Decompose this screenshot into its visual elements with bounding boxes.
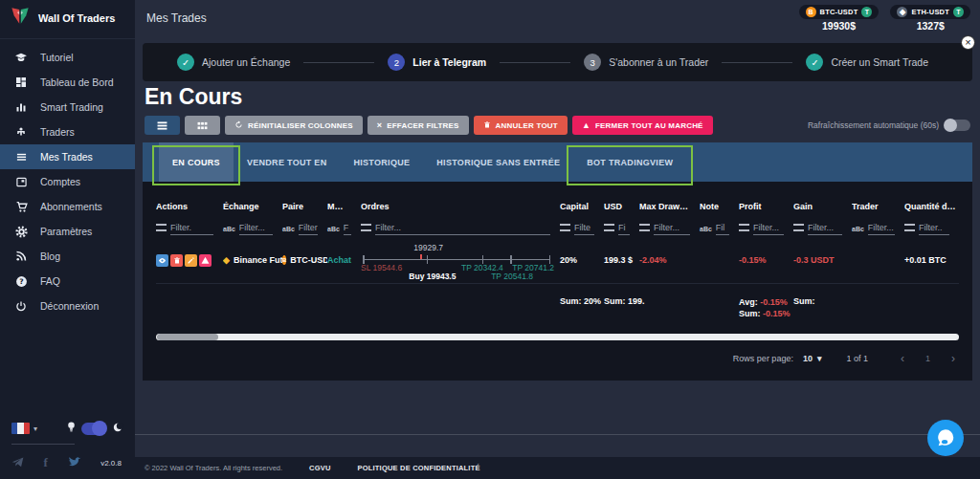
filter-mode-icon[interactable] [793,224,804,231]
filter-input-echange[interactable] [239,223,273,235]
tab-historique-sans-entree[interactable]: HISTORIQUE SANS ENTRÉE [423,142,573,182]
filter-mode-icon[interactable] [560,224,570,231]
chat-widget-button[interactable] [927,420,964,456]
filter-input-capital[interactable] [574,223,594,235]
edit-trade-button[interactable] [185,254,197,267]
horizontal-scrollbar[interactable] [156,334,959,340]
tether-icon: T [953,7,964,17]
current-price-label: 19929.7 [413,243,443,252]
column-header-ordres[interactable]: Ordres [361,202,560,211]
sidebar-item-label: Déconnexion [40,300,99,312]
column-header-quantite[interactable]: Quantité d… [904,202,959,211]
dark-mode-toggle[interactable] [81,423,106,435]
ticker-eth-usdt[interactable]: ◆ ETH-USDT T 1327$ [890,5,970,32]
column-header-trader[interactable]: Trader [852,202,904,211]
tab-historique[interactable]: HISTORIQUE [340,142,423,182]
abc-filter-icon[interactable]: aBc [223,226,235,232]
step-sabonner-a-un-trader: 3 S'abonner à un Trader [584,54,708,71]
sidebar-item-label: Tableau de Bord [40,76,113,88]
tab-vendre-tout-en[interactable]: VENDRE TOUT EN [234,142,341,182]
tab-bot-tradingview[interactable]: BOT TRADINGVIEW [573,142,686,182]
current-page[interactable]: 1 [925,354,930,363]
column-header-actions[interactable]: Actions [156,202,223,211]
sidebar-item-faq[interactable]: ? FAQ [0,269,135,294]
filter-input-trader[interactable] [868,223,895,235]
sidebar-item-mes-trades[interactable]: Mes Trades [0,144,135,169]
sidebar-item-smart-trading[interactable]: Smart Trading [0,95,135,120]
cancel-all-button[interactable]: ANNULER TOUT [474,116,568,135]
delete-trade-button[interactable] [170,254,183,267]
column-header-marche[interactable]: M… [327,202,361,211]
filter-input-ordres[interactable] [375,223,550,235]
pagination: Rows per page: 10 ▾ 1 of 1 ‹ 1 › [156,350,959,381]
sidebar-item-comptes[interactable]: Comptes [0,169,135,194]
filter-mode-icon[interactable] [639,224,650,231]
filter-input-max-drawdown[interactable] [654,223,690,235]
sidebar-item-parametres[interactable]: Paramètres [0,219,135,244]
filter-input-paire[interactable] [299,223,318,235]
auto-refresh-toggle[interactable] [946,120,970,131]
french-flag-icon[interactable] [11,423,30,434]
sidebar-item-abonnements[interactable]: Abonnements [0,194,135,219]
language-caret-down-icon[interactable]: ▾ [33,425,37,433]
privacy-policy-link[interactable]: POLITIQUE DE CONFIDENTIALITÉ [358,464,480,472]
column-header-note[interactable]: Note [700,202,739,211]
svg-text:?: ? [19,277,23,286]
sidebar-item-label: Comptes [40,176,80,187]
column-header-usd[interactable]: USD [604,202,639,211]
column-header-gain[interactable]: Gain [793,202,852,211]
abc-filter-icon[interactable]: aBc [700,226,712,232]
person-icon [14,125,28,139]
filter-input-gain[interactable] [808,223,842,235]
rows-per-page-select[interactable]: 10 ▾ [803,354,822,363]
sidebar-item-tutoriel[interactable]: Tutoriel [0,45,135,70]
reset-columns-button[interactable]: RÉINITIALISER COLONNES [225,116,363,135]
filter-mode-icon[interactable] [739,224,749,231]
close-icon[interactable]: × [961,35,975,50]
tab-en-cours[interactable]: EN COURS [159,142,234,182]
scrollbar-thumb[interactable] [157,334,218,340]
filter-input-note[interactable] [716,223,729,235]
cgvu-link[interactable]: CGVU [309,464,330,472]
next-page-icon[interactable]: › [951,352,955,365]
list-view-button[interactable] [145,116,180,135]
telegram-icon[interactable] [11,454,24,471]
sidebar-item-traders[interactable]: Traders [0,120,135,144]
step-lier-a-telegram: 2 Lier à Telegram [388,54,486,71]
sidebar-item-tableau-de-bord[interactable]: Tableau de Bord [0,70,135,95]
view-trade-button[interactable] [156,254,168,267]
filter-mode-icon[interactable] [904,224,915,231]
step-number: 2 [388,54,405,71]
sidebar-item-label: Mes Trades [40,151,93,163]
filter-mode-icon[interactable] [361,224,371,231]
column-header-paire[interactable]: Paire [282,202,327,211]
ticker-btc-usdt[interactable]: B BTC-USDT T 19930$ [799,5,880,32]
filter-input-profit[interactable] [753,223,784,235]
prev-page-icon[interactable]: ‹ [901,352,904,365]
ladder-tick-buy [427,255,429,264]
column-header-max-drawdown[interactable]: Max Draw… [639,202,700,211]
filter-input-usd[interactable] [618,223,630,235]
twitter-icon[interactable] [68,454,81,471]
summary-row: Sum: 20% Sum: 199. Avg: -0.15% Sum: -0.1… [156,296,959,319]
facebook-icon[interactable]: f [44,455,48,470]
clear-filters-button[interactable]: × EFFACER FILTRES [368,116,469,135]
abc-filter-icon[interactable]: aBc [282,226,295,232]
grid-view-button[interactable] [185,116,220,135]
column-header-echange[interactable]: Échange [223,202,282,211]
filter-mode-icon[interactable] [604,224,614,231]
abc-filter-icon[interactable]: aBc [852,226,864,232]
filter-input-quantite[interactable] [919,223,949,235]
app-root: Wall Of Traders Tutoriel Tableau de Bord… [0,0,980,479]
sidebar-item-blog[interactable]: Blog [0,244,135,269]
sidebar-item-deconnexion[interactable]: Déconnexion [0,294,135,318]
column-header-profit[interactable]: Profit [739,202,793,211]
close-at-market-button[interactable] [199,254,212,267]
filter-mode-icon[interactable] [156,224,167,231]
filter-input-marche[interactable] [344,223,351,235]
close-all-market-button[interactable]: ▲ FERMER TOUT AU MARCHÉ [572,116,713,135]
column-header-capital[interactable]: Capital [560,202,604,211]
abc-filter-icon[interactable]: aBc [327,226,340,232]
filter-input-actions[interactable] [170,223,213,235]
sidebar-item-label: Traders [40,126,75,138]
